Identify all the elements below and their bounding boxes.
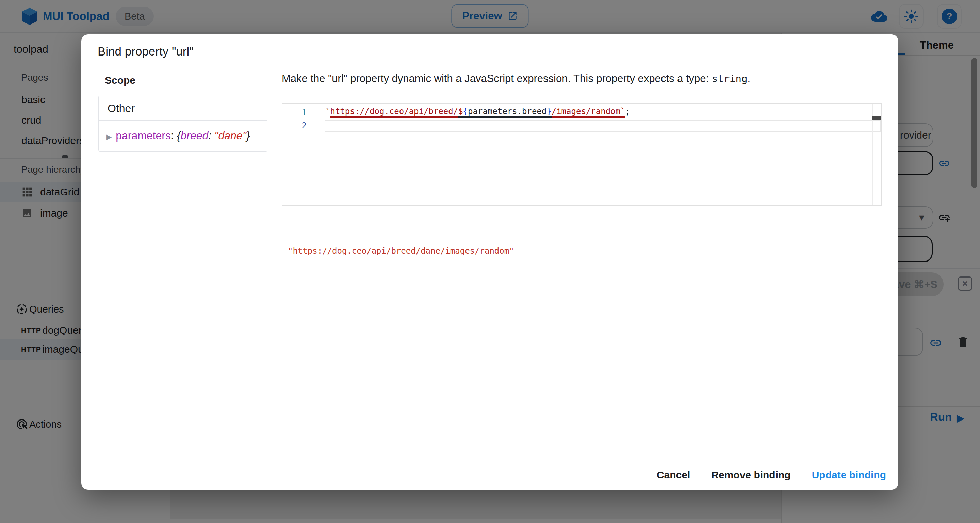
code-semicolon: ; <box>625 107 630 117</box>
line-number: 1 <box>282 108 307 118</box>
line-number: 2 <box>282 121 307 131</box>
tree-value: "dane" <box>215 129 247 142</box>
description-period: . <box>748 73 751 85</box>
tree-brace-open: { <box>177 129 181 142</box>
tree-separator: : <box>208 129 215 142</box>
bind-property-dialog: Bind property "url" Scope Other ▶paramet… <box>81 34 898 490</box>
remove-binding-button[interactable]: Remove binding <box>711 469 791 481</box>
tree-separator: : <box>171 129 177 142</box>
cancel-button[interactable]: Cancel <box>657 469 690 481</box>
active-line-highlight <box>325 120 881 132</box>
code-dollar: $ <box>458 107 463 118</box>
tree-subkey: breed <box>180 129 208 142</box>
dialog-description: Make the "url" property dynamic with a J… <box>282 73 860 85</box>
dialog-title: Bind property "url" <box>98 45 194 58</box>
update-binding-button[interactable]: Update binding <box>812 469 886 481</box>
code-url-tail: /images/random <box>552 107 620 118</box>
editor-overview-mark <box>872 116 881 120</box>
scope-box: Other ▶parameters: {breed: "dane"} <box>98 96 267 151</box>
code-expression: parameters.breed <box>468 107 546 118</box>
description-text: Make the "url" property dynamic with a J… <box>282 73 712 85</box>
code-brace-open: { <box>463 107 468 118</box>
tree-key: parameters <box>116 129 171 142</box>
dialog-actions: Cancel Remove binding Update binding <box>657 469 886 481</box>
toolpad-app: MUI Toolpad Beta Preview ? <box>0 0 980 523</box>
code-line-1[interactable]: `https://dog.ceo/api/breed/${parameters.… <box>325 105 630 118</box>
code-brace-close: } <box>546 107 551 118</box>
scope-label: Scope <box>105 75 135 86</box>
evaluated-result: "https://dog.ceo/api/breed/dane/images/r… <box>288 246 514 256</box>
tree-expand-icon[interactable]: ▶ <box>106 133 111 140</box>
code-backtick: ` <box>620 107 625 118</box>
code-editor[interactable]: 1 2 `https://dog.ceo/api/breed/${paramet… <box>282 103 882 206</box>
scope-group-other: Other <box>99 96 267 121</box>
code-url-head: https://dog.ceo/api/breed/ <box>330 107 458 118</box>
scope-tree-parameters[interactable]: ▶parameters: {breed: "dane"} <box>99 121 267 142</box>
code-backtick: ` <box>325 107 330 117</box>
tree-brace-close: } <box>247 129 250 142</box>
description-type: string <box>712 73 748 85</box>
